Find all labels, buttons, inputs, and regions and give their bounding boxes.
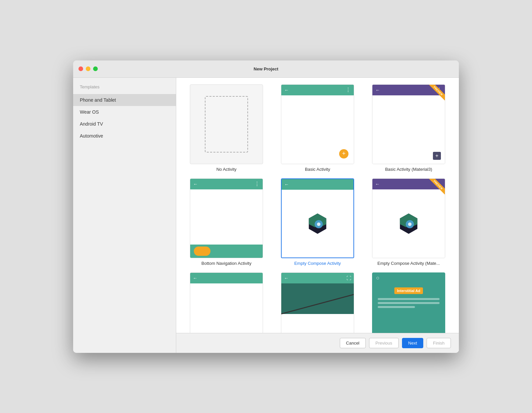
main-area: No Activity ← ⋮ + Basic Activity	[176, 78, 459, 353]
template-basic-activity-material3[interactable]: ← ⋮ + Basic Activity (Material3)	[366, 84, 451, 172]
plus-button: +	[433, 152, 441, 160]
no-activity-dashed-box	[205, 96, 248, 153]
window-title: New Project	[254, 66, 278, 71]
overflow-menu-icon: ⋮	[345, 87, 351, 93]
template-no-activity[interactable]: No Activity	[184, 84, 269, 172]
sidebar-item-automotive[interactable]: Automotive	[73, 130, 176, 142]
template-empty-activity[interactable]: ← Empty Activity	[184, 272, 269, 333]
template-thumbnail-fullscreen: ← ⛶	[281, 272, 354, 333]
minimize-button[interactable]	[86, 66, 90, 71]
maximize-button[interactable]	[93, 66, 98, 71]
previous-button[interactable]: Previous	[369, 338, 399, 348]
sidebar-item-phone-tablet[interactable]: Phone and Tablet	[73, 94, 176, 106]
overflow-menu-icon: ⋮	[254, 181, 260, 187]
svg-point-7	[408, 222, 412, 226]
back-arrow-icon: ←	[284, 87, 289, 93]
template-basic-activity[interactable]: ← ⋮ + Basic Activity	[275, 84, 360, 172]
template-label-no-activity: No Activity	[216, 167, 237, 172]
content-area: Templates Phone and Tablet Wear OS Andro…	[73, 78, 459, 353]
compose-material-logo	[397, 212, 420, 235]
template-thumbnail-bottom-nav: ← ⋮	[190, 178, 263, 258]
bottom-nav-item-3	[242, 247, 259, 256]
back-arrow-icon: ←	[375, 87, 380, 93]
compose-logo	[306, 212, 329, 235]
empty-compose-content: ←	[282, 179, 353, 258]
traffic-lights	[78, 66, 98, 71]
close-button[interactable]	[78, 66, 83, 71]
template-thumbnail-empty-compose: ←	[281, 178, 354, 258]
text-line-3	[378, 306, 415, 308]
template-label-empty-compose: Empty Compose Activity	[294, 261, 341, 266]
sidebar-label: Templates	[73, 84, 176, 94]
sidebar: Templates Phone and Tablet Wear OS Andro…	[73, 78, 176, 353]
basic-activity-appbar: ← ⋮	[281, 85, 354, 95]
sidebar-item-android-tv[interactable]: Android TV	[73, 118, 176, 130]
fullscreen-appbar: ← ⛶	[281, 273, 354, 283]
footer: Cancel Previous Next Finish	[176, 333, 459, 353]
cancel-button[interactable]: Cancel	[340, 338, 366, 348]
bottom-nav-bar	[190, 245, 263, 258]
interstitial-content: Interstitial Ad	[372, 273, 445, 333]
template-empty-compose-material[interactable]: ← Empty Compose Activity (Mat	[366, 178, 451, 266]
bottom-nav-appbar: ← ⋮	[190, 179, 263, 189]
template-label-empty-compose-material: Empty Compose Activity (Mate...	[377, 261, 440, 266]
sidebar-item-wear-os[interactable]: Wear OS	[73, 106, 176, 118]
template-thumbnail-basic-activity: ← ⋮ +	[281, 84, 354, 164]
template-interstitial-ad[interactable]: Interstitial Ad Interstitial Ad	[366, 272, 451, 333]
templates-grid[interactable]: No Activity ← ⋮ + Basic Activity	[176, 78, 459, 333]
template-thumbnail-empty-compose-material: ←	[372, 178, 445, 258]
template-label-material3: Basic Activity (Material3)	[385, 167, 432, 172]
svg-point-3	[317, 222, 321, 226]
template-empty-compose[interactable]: ←	[275, 178, 360, 266]
template-thumbnail-material3: ← ⋮ +	[372, 84, 445, 164]
preview-badge-material	[425, 179, 445, 199]
fab-button: +	[339, 149, 348, 158]
text-line-1	[378, 298, 440, 300]
text-line-2	[378, 302, 440, 304]
bottom-nav-item-1	[194, 247, 210, 256]
finish-button[interactable]: Finish	[427, 338, 451, 348]
interstitial-ad-badge: Interstitial Ad	[394, 287, 423, 294]
template-label-bottom-nav: Bottom Navigation Activity	[201, 261, 251, 266]
fullscreen-icon: ⛶	[346, 275, 351, 281]
material3-content: +	[372, 95, 445, 164]
bottom-nav-item-2	[218, 247, 235, 256]
interstitial-camera-icon	[376, 277, 379, 279]
interstitial-text-lines	[375, 298, 442, 308]
basic-activity-content: +	[281, 95, 354, 164]
template-thumbnail-empty-activity: ←	[190, 272, 263, 333]
fullscreen-content	[281, 283, 354, 333]
preview-badge	[425, 85, 445, 105]
next-button[interactable]: Next	[402, 338, 424, 348]
template-thumbnail-interstitial-ad: Interstitial Ad	[372, 272, 445, 333]
bottom-nav-content	[190, 189, 263, 245]
back-arrow-icon: ←	[193, 181, 198, 187]
template-label-basic-activity: Basic Activity	[305, 167, 330, 172]
title-bar: New Project	[73, 60, 459, 78]
template-fullscreen[interactable]: ← ⛶ Fullscreen Activity	[275, 272, 360, 333]
template-thumbnail-no-activity	[190, 84, 263, 164]
new-project-window: New Project Templates Phone and Tablet W…	[73, 60, 459, 353]
template-bottom-nav[interactable]: ← ⋮ Bottom Navigation Activity	[184, 178, 269, 266]
